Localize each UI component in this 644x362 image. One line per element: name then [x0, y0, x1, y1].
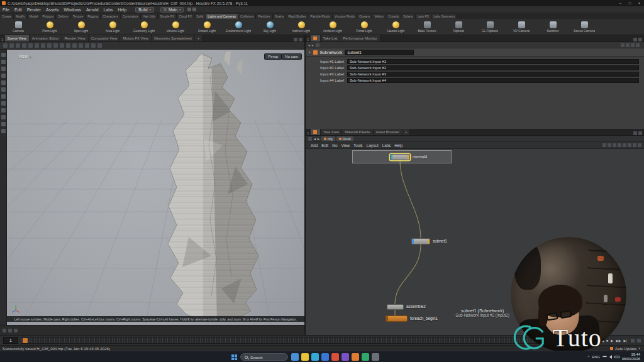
scene-selector[interactable]: Main▾ — [160, 7, 184, 13]
pane-split-icon[interactable] — [633, 131, 637, 135]
taskview-icon[interactable] — [291, 353, 299, 361]
pane-tab[interactable]: Composite View — [89, 35, 121, 41]
store-icon[interactable] — [331, 353, 339, 361]
tray-expand-icon[interactable]: ^ — [588, 355, 590, 359]
parameters-tab[interactable] — [311, 35, 321, 41]
list-icon[interactable] — [628, 143, 631, 147]
new-tab-button[interactable]: + — [402, 129, 410, 135]
scale-icon[interactable] — [1, 80, 6, 85]
shelf-tab[interactable]: Particles — [256, 14, 272, 19]
materials-icon[interactable] — [85, 43, 89, 48]
display-icon[interactable] — [1, 108, 6, 112]
shelf-tab[interactable]: Oceans — [357, 14, 372, 19]
render-region-icon[interactable] — [1, 115, 6, 119]
frame-cursor[interactable] — [23, 338, 28, 343]
snap-icon[interactable] — [53, 43, 58, 48]
global-animation-options-icon[interactable] — [637, 339, 641, 343]
projection-button[interactable]: Persp — [264, 53, 282, 60]
pin-icon[interactable] — [308, 137, 312, 141]
pane-tab[interactable]: Take List — [321, 35, 341, 41]
sky-light-tool[interactable]: Sky Light — [254, 21, 286, 33]
shelf-tab[interactable]: Grains — [273, 14, 287, 19]
minimize-button[interactable]: – — [616, 1, 625, 5]
scale-tool-icon[interactable] — [41, 43, 45, 48]
ambient-light-tool[interactable]: Ambient Light — [317, 21, 348, 33]
pane-maximize-icon[interactable] — [638, 38, 642, 41]
pose-icon[interactable] — [1, 87, 6, 92]
shelf-tab[interactable]: Solid — [194, 14, 206, 19]
point-light-tool[interactable]: Point Light — [34, 21, 65, 33]
shelf-tab[interactable]: Solaris — [401, 14, 415, 19]
pane-split-icon[interactable] — [633, 38, 637, 41]
playback-options-icon[interactable] — [631, 339, 635, 343]
tools-icon[interactable] — [1, 53, 6, 57]
forward-icon[interactable]: ▸ — [312, 43, 314, 47]
viewport-3d[interactable]: View▾ Persp No cam Left mouse tumbles, M… — [7, 50, 304, 325]
rotate-tool-icon[interactable] — [35, 43, 39, 48]
back-icon[interactable]: ◂ — [308, 43, 310, 47]
spot-light-tool[interactable]: Spot Light — [65, 21, 97, 33]
pane-tab[interactable]: Performance Monitor — [340, 35, 380, 41]
transport-button[interactable]: ▶ — [609, 339, 614, 343]
pane-grip-icon[interactable]: ≡ — [306, 131, 311, 135]
pin-icon[interactable] — [631, 43, 635, 47]
chevron-down-icon[interactable]: ▾ — [309, 50, 311, 54]
pin-icon[interactable] — [316, 43, 319, 47]
network-menu-item[interactable]: Edit — [319, 143, 330, 148]
camera-lock-icon[interactable] — [97, 43, 102, 48]
node-subnet1[interactable] — [411, 238, 430, 244]
forward-icon[interactable]: ▸ — [318, 137, 319, 141]
pane-tab[interactable]: Tree View — [321, 129, 343, 135]
stow-icon[interactable] — [3, 329, 6, 332]
favorites-icon[interactable] — [621, 43, 625, 47]
volume-light-tool[interactable]: Volume Light — [160, 21, 191, 33]
new-tab-button[interactable]: + — [195, 35, 203, 41]
browser-icon[interactable] — [311, 353, 319, 361]
node-display-flag[interactable] — [408, 155, 409, 160]
wifi-icon[interactable] — [602, 356, 607, 359]
distant-light-tool[interactable]: Distant Light — [191, 21, 223, 33]
network-menu-item[interactable]: View — [339, 143, 352, 148]
shelf-tab[interactable]: Labs Geometry — [431, 14, 457, 19]
wireframe-icon[interactable] — [72, 43, 77, 48]
maximize-button[interactable]: □ — [625, 1, 635, 5]
pane-grip-icon[interactable]: ≡ — [306, 38, 311, 41]
node-normal4[interactable] — [390, 154, 410, 160]
timeline-slider[interactable] — [21, 337, 584, 344]
jump-icon[interactable] — [636, 43, 640, 47]
breadcrumb-segment[interactable]: obj — [321, 136, 335, 141]
wrench-icon[interactable] — [602, 143, 606, 147]
grid-icon[interactable] — [633, 143, 636, 147]
menu-item[interactable]: File — [0, 8, 12, 12]
bake-texture-tool[interactable]: Bake Texture — [411, 21, 443, 33]
translate-tool-icon[interactable] — [28, 43, 33, 48]
parameter-value-field[interactable]: Sub-Network Input #1 — [347, 59, 639, 64]
memory-icon[interactable] — [1, 129, 6, 133]
lights-icon[interactable] — [91, 43, 96, 48]
shelf-tab[interactable]: Texture — [71, 14, 86, 19]
pane-maximize-icon[interactable] — [638, 131, 642, 135]
indirect-light-tool[interactable]: Indirect Light — [286, 21, 317, 33]
pane-tab[interactable]: Geometry Spreadsheet — [152, 35, 195, 41]
taskbar-search[interactable]: Search — [240, 353, 288, 361]
redo-icon[interactable] — [16, 43, 20, 48]
menu-item[interactable]: Assets — [43, 8, 61, 12]
shelf-tab[interactable]: Characters — [101, 14, 120, 19]
shelf-tab[interactable]: Cloud FX — [177, 14, 194, 19]
flipbook-tool[interactable]: Flipbook — [443, 21, 474, 33]
camera-button[interactable]: No cam — [281, 53, 302, 60]
shelf-tab[interactable]: Lights and Cameras — [206, 14, 238, 19]
camera-tool[interactable]: Camera — [3, 21, 34, 33]
pane-tab[interactable]: Render View — [62, 35, 89, 41]
breadcrumb-segment[interactable]: Rock — [336, 136, 353, 141]
transport-button[interactable]: ▶▶ — [614, 339, 622, 343]
pane-maximize-icon[interactable] — [299, 38, 303, 41]
overview-icon[interactable] — [613, 143, 616, 147]
options-icon[interactable] — [14, 329, 18, 332]
menu-item[interactable]: Render — [25, 8, 43, 12]
mail-icon[interactable] — [321, 353, 329, 361]
file-explorer-icon[interactable] — [301, 353, 309, 361]
menu-item[interactable]: Windows — [61, 8, 84, 12]
node-input-flag[interactable] — [391, 155, 392, 160]
snap-grid-icon[interactable] — [608, 143, 611, 147]
